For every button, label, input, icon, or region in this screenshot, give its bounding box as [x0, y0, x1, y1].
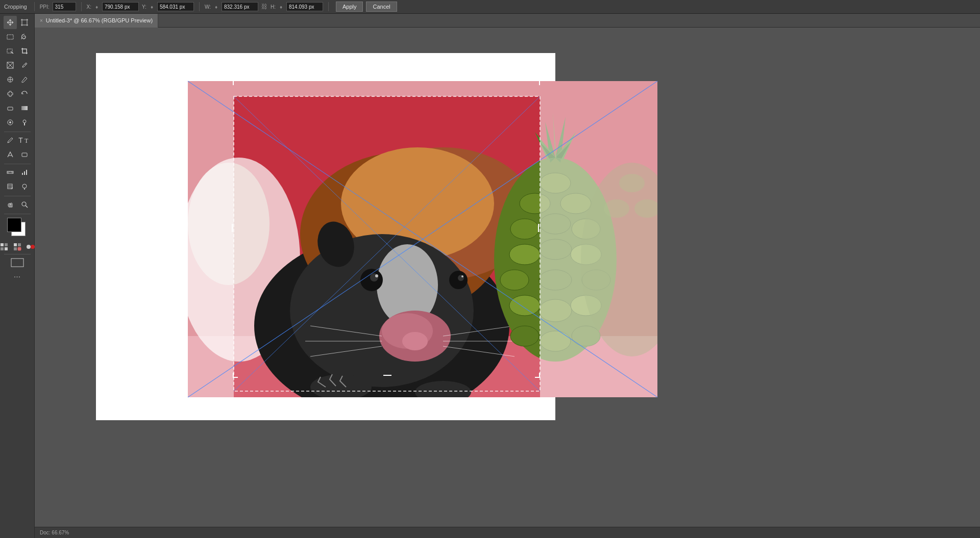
- clone-stamp-tool[interactable]: [4, 87, 17, 100]
- zoom-tool[interactable]: [18, 198, 31, 211]
- rectangular-marquee-tool[interactable]: [4, 30, 17, 43]
- w-icon: ⬧: [214, 3, 218, 10]
- mode-row: [0, 241, 36, 252]
- svg-rect-45: [1, 247, 4, 250]
- svg-point-99: [510, 326, 539, 346]
- tab-bar: × Untitled-3* @ 66.67% (RGB/GPU Preview): [35, 14, 980, 28]
- foreground-color-swatch[interactable]: [7, 218, 21, 232]
- outside-crop-top: [234, 81, 540, 96]
- cancel-button[interactable]: Cancel: [366, 2, 397, 12]
- y-input[interactable]: [157, 2, 194, 11]
- svg-rect-44: [5, 243, 8, 246]
- type-tool[interactable]: T T: [18, 134, 31, 147]
- crop-handle-middle-left[interactable]: [232, 224, 235, 232]
- link-proportions-icon[interactable]: ⛓: [261, 3, 267, 10]
- crop-handle-bottom-left[interactable]: [233, 373, 238, 378]
- separator-1: [34, 2, 35, 11]
- w-input[interactable]: [222, 2, 258, 11]
- x-input[interactable]: [102, 2, 139, 11]
- tool-label: Cropping: [4, 4, 27, 10]
- shape-tool[interactable]: [18, 148, 31, 161]
- status-bar: Doc: 66.67%: [35, 527, 980, 538]
- document-tab[interactable]: × Untitled-3* @ 66.67% (RGB/GPU Preview): [35, 14, 158, 28]
- measure-tool[interactable]: [4, 166, 17, 179]
- tool-row-4: [4, 59, 31, 72]
- svg-point-67: [375, 274, 378, 277]
- svg-rect-49: [14, 247, 17, 250]
- eyedropper-tool[interactable]: [18, 59, 31, 72]
- dodge-tool[interactable]: [18, 116, 31, 129]
- crop-handle-bottom-middle[interactable]: [383, 373, 391, 376]
- gradient-tool[interactable]: [18, 101, 31, 115]
- x-label: X:: [87, 4, 91, 10]
- tool-row-13: [4, 198, 31, 211]
- tool-row-5: [4, 73, 31, 86]
- tool-row-10: [4, 148, 31, 161]
- crop-handle-top-right[interactable]: [535, 80, 540, 85]
- pen-tool[interactable]: [4, 134, 17, 147]
- screen-mode-button[interactable]: [11, 256, 24, 269]
- hand-tool[interactable]: [4, 198, 17, 211]
- artboard-tool[interactable]: [18, 16, 31, 29]
- healing-brush-tool[interactable]: [4, 73, 17, 86]
- tool-divider-4: [4, 214, 31, 214]
- svg-rect-48: [18, 243, 21, 246]
- outside-crop-left: [188, 81, 234, 397]
- note-tool[interactable]: [4, 180, 17, 193]
- svg-rect-27: [22, 153, 27, 157]
- apply-button[interactable]: Apply: [336, 2, 363, 12]
- brush-tool[interactable]: [18, 73, 31, 86]
- chart-tool[interactable]: [18, 166, 31, 179]
- svg-rect-20: [21, 106, 28, 110]
- canvas-area: × Untitled-3* @ 66.67% (RGB/GPU Preview): [35, 14, 980, 538]
- svg-rect-46: [5, 247, 8, 250]
- separator-4: [328, 2, 329, 11]
- crop-tool[interactable]: [18, 44, 31, 58]
- svg-point-88: [510, 219, 539, 239]
- svg-rect-34: [24, 171, 25, 175]
- tab-title: Untitled-3* @ 66.67% (RGB/GPU Preview): [46, 17, 153, 23]
- h-icon: ⬧: [279, 3, 283, 10]
- eraser-tool[interactable]: [4, 101, 17, 115]
- history-brush-tool[interactable]: [18, 87, 31, 100]
- svg-point-91: [509, 244, 540, 265]
- canvas-viewport[interactable]: [35, 28, 980, 527]
- outside-crop-right: [540, 81, 657, 397]
- svg-point-22: [9, 121, 11, 123]
- svg-point-23: [23, 120, 26, 123]
- tool-row-6: [4, 87, 31, 100]
- edit-quick-mask-mode[interactable]: [12, 241, 23, 252]
- move-tool[interactable]: [4, 16, 17, 29]
- crop-handle-bottom-right[interactable]: [535, 373, 540, 378]
- tool-row-12: [4, 180, 31, 193]
- blur-tool[interactable]: [4, 116, 17, 129]
- crop-handle-top-middle[interactable]: [383, 80, 391, 83]
- object-selection-tool[interactable]: [4, 44, 17, 58]
- eyedropper-2-tool[interactable]: [18, 180, 31, 193]
- svg-line-10: [21, 37, 22, 39]
- svg-point-41: [22, 202, 26, 206]
- svg-rect-0: [22, 20, 27, 25]
- svg-rect-36: [8, 184, 12, 189]
- svg-rect-47: [14, 243, 17, 246]
- svg-point-52: [27, 245, 31, 249]
- svg-rect-19: [8, 107, 13, 110]
- svg-point-63: [290, 234, 474, 387]
- h-input[interactable]: [286, 2, 323, 11]
- top-bar: Cropping PPI: X: ⬧ Y: ⬧ W: ⬧ ⛓ H: ⬧ Appl…: [0, 0, 980, 14]
- svg-rect-35: [26, 170, 27, 175]
- x-icon: ⬧: [95, 3, 99, 10]
- frame-tool[interactable]: [4, 59, 17, 72]
- tab-close-icon[interactable]: ×: [40, 18, 43, 23]
- tool-divider-5: [4, 254, 31, 254]
- crop-handle-middle-right[interactable]: [536, 224, 539, 232]
- ppi-input[interactable]: [53, 2, 76, 11]
- crop-handle-top-left[interactable]: [233, 80, 238, 85]
- tool-row-8: [4, 116, 31, 129]
- more-tools-button[interactable]: ···: [14, 272, 20, 281]
- tool-row-9: T T: [4, 134, 31, 147]
- edit-standard-mode[interactable]: [0, 241, 10, 252]
- svg-point-51: [17, 247, 21, 251]
- lasso-tool[interactable]: [18, 30, 31, 43]
- path-selection-tool[interactable]: [4, 148, 17, 161]
